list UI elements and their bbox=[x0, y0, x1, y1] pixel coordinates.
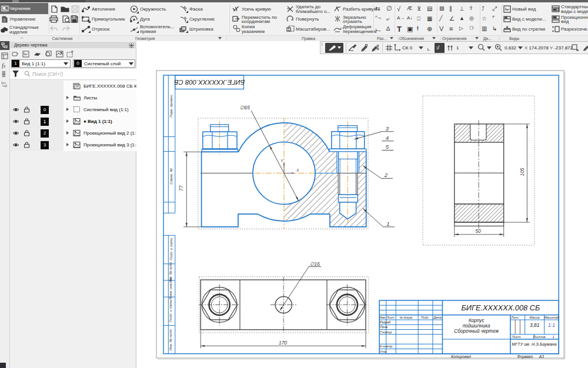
svg-text:Утв.: Утв. bbox=[379, 350, 387, 353]
svg-text:105: 105 bbox=[519, 168, 525, 176]
svg-text:Справ. №: Справ. № bbox=[169, 168, 173, 185]
svg-text:50: 50 bbox=[475, 228, 481, 234]
svg-text:Дата: Дата bbox=[433, 316, 442, 319]
svg-text:Подп. и дата: Подп. и дата bbox=[169, 238, 173, 260]
svg-text:Инв. № подл.: Инв. № подл. bbox=[169, 329, 173, 350]
svg-text:∅65: ∅65 bbox=[240, 105, 250, 111]
svg-text:А3: А3 bbox=[539, 354, 544, 359]
svg-text:Масса: Масса bbox=[529, 316, 540, 319]
svg-text:4: 4 bbox=[386, 135, 389, 141]
svg-text:Разраб.: Разраб. bbox=[380, 320, 392, 324]
svg-text:Н.контр.: Н.контр. bbox=[380, 344, 393, 348]
svg-text:3: 3 bbox=[386, 125, 389, 132]
svg-text:Копировал: Копировал bbox=[451, 354, 471, 359]
svg-text:170: 170 bbox=[279, 340, 287, 346]
svg-text:Т.контр.: Т.контр. bbox=[380, 330, 393, 334]
svg-text:77: 77 bbox=[178, 185, 184, 191]
svg-text:МГТУ им. Н.Э.Баумана: МГТУ им. Н.Э.Баумана bbox=[512, 342, 557, 347]
svg-text:Лист: Лист bbox=[386, 316, 395, 319]
svg-text:№ докум.: № докум. bbox=[400, 316, 413, 319]
svg-text:5: 5 bbox=[386, 143, 389, 150]
svg-text:3,81: 3,81 bbox=[530, 322, 540, 328]
svg-text:БИГЕ.XXXXXX.008 СБ: БИГЕ.XXXXXX.008 СБ bbox=[173, 79, 245, 86]
svg-text:подшипника: подшипника bbox=[463, 323, 490, 329]
svg-text:Взам. инв. №: Взам. инв. № bbox=[169, 277, 173, 300]
svg-text:Подп.: Подп. bbox=[421, 316, 429, 319]
svg-text:Сборочный чертеж: Сборочный чертеж bbox=[454, 329, 499, 334]
svg-text:Масштаб: Масштаб bbox=[544, 316, 560, 319]
svg-text:Лит.: Лит. bbox=[510, 316, 519, 319]
svg-text:Пров.: Пров. bbox=[380, 325, 388, 329]
svg-text:2: 2 bbox=[384, 172, 388, 178]
svg-text:1: 1 bbox=[552, 335, 554, 339]
svg-text:1: 1 bbox=[386, 220, 389, 227]
svg-text:∅16: ∅16 bbox=[310, 261, 320, 267]
svg-text:Корпус: Корпус bbox=[469, 318, 485, 323]
svg-text:Изм.: Изм. bbox=[379, 316, 386, 319]
svg-text:Перв. примен.: Перв. примен. bbox=[169, 94, 173, 118]
svg-text:Листов: Листов bbox=[532, 335, 545, 339]
svg-text:X: X bbox=[296, 168, 299, 172]
svg-text:Формат: Формат bbox=[517, 354, 533, 359]
svg-text:Лист: Лист bbox=[512, 335, 521, 339]
svg-text:1:1: 1:1 bbox=[548, 322, 555, 328]
svg-text:Подп. и дата: Подп. и дата bbox=[169, 300, 173, 322]
svg-text:БИГЕ.XXXXXX.008 СБ: БИГЕ.XXXXXX.008 СБ bbox=[462, 303, 540, 312]
